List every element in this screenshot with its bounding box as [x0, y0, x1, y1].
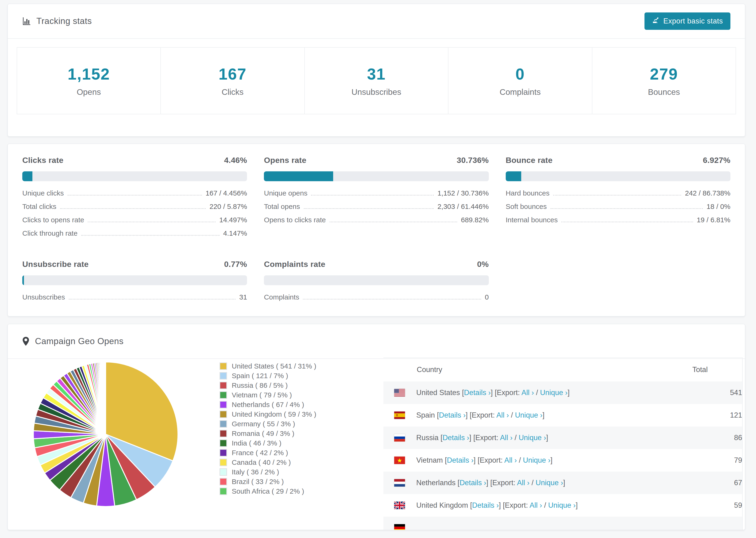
- legend-label: United States ( 541 / 31% ): [232, 362, 316, 370]
- rate-value: 0.77%: [224, 260, 247, 269]
- country-links-text: Spain [Details ›] [Export: All › / Uniqu…: [416, 411, 544, 419]
- rate-detail-row: Opens to clicks rate 689.82%: [264, 216, 489, 229]
- dotted-leader: [88, 222, 215, 222]
- progress-bar: [22, 275, 247, 285]
- rate-detail-value: 2,303 / 61.446%: [437, 202, 489, 211]
- rate-detail-label: Internal bounces: [506, 216, 558, 224]
- export-unique-link-united-states[interactable]: Unique ›: [540, 389, 567, 397]
- dotted-leader: [303, 299, 481, 299]
- rate-detail-value: 1,152 / 30.736%: [437, 189, 489, 197]
- export-all-link-netherlands[interactable]: All ›: [517, 479, 529, 487]
- rate-value: 0%: [477, 260, 489, 269]
- dotted-leader: [60, 208, 206, 209]
- dotted-leader: [69, 299, 236, 299]
- progress-bar-fill: [506, 171, 521, 181]
- rate-detail-row: Internal bounces 19 / 6.81%: [506, 216, 730, 229]
- stat-box: 279 Bounces: [592, 47, 736, 114]
- export-all-link-vietnam[interactable]: All ›: [504, 456, 517, 464]
- progress-bar: [506, 171, 730, 181]
- table-row: Russia [Details ›] [Export: All › / Uniq…: [383, 426, 742, 449]
- details-link-vietnam[interactable]: Details ›: [447, 456, 473, 464]
- progress-bar: [264, 275, 489, 285]
- details-link-netherlands[interactable]: Details ›: [459, 479, 486, 487]
- details-link-spain[interactable]: Details ›: [439, 411, 466, 419]
- country-flag-icon: [394, 479, 405, 487]
- country-flag-icon: [394, 389, 405, 397]
- progress-bar-fill: [264, 171, 333, 181]
- tracking-stats-card: Tracking stats Export basic stats 1,152 …: [8, 4, 745, 136]
- total-column-header: Total: [692, 365, 742, 374]
- rate-detail-value: 19 / 6.81%: [697, 216, 730, 224]
- rate-detail-rows: Hard bounces 242 / 86.738% Soft bounces …: [506, 189, 730, 229]
- rate-detail-row: Total clicks 220 / 5.87%: [22, 202, 247, 216]
- legend-label: Russia ( 86 / 5% ): [232, 381, 288, 389]
- legend-item: Italy ( 36 / 2% ): [220, 467, 316, 477]
- rate-detail-value: 167 / 4.456%: [206, 189, 247, 197]
- export-all-link-united-kingdom[interactable]: All ›: [529, 501, 542, 510]
- legend-swatch: [220, 488, 227, 495]
- legend-item: France ( 42 / 2% ): [220, 448, 316, 457]
- rate-block-unsubscribe: Unsubscribe rate 0.77% Unsubscribes 31: [22, 260, 247, 306]
- stat-value: 0: [515, 65, 525, 83]
- legend-swatch: [220, 372, 227, 380]
- country-cell: Russia [Details ›] [Export: All › / Uniq…: [383, 434, 734, 442]
- legend-swatch: [220, 478, 227, 485]
- progress-bar: [264, 171, 489, 181]
- legend-swatch: [220, 382, 227, 389]
- legend-item: Netherlands ( 67 / 4% ): [220, 400, 316, 409]
- stat-label: Opens: [77, 87, 101, 97]
- rate-detail-value: 220 / 5.87%: [209, 202, 247, 211]
- rate-detail-rows: Unique clicks 167 / 4.456% Total clicks …: [22, 189, 247, 243]
- details-link-united-states[interactable]: Details ›: [464, 389, 491, 397]
- export-all-link-united-states[interactable]: All ›: [521, 389, 534, 397]
- export-unique-link-russia[interactable]: Unique ›: [519, 434, 546, 442]
- rate-detail-value: 0: [485, 293, 489, 301]
- total-cell: 86: [734, 434, 742, 442]
- legend-item: Vietnam ( 79 / 5% ): [220, 390, 316, 400]
- rate-detail-rows: Complaints 0: [264, 293, 489, 306]
- progress-bar-fill: [22, 171, 32, 181]
- export-unique-link-united-kingdom[interactable]: Unique ›: [548, 501, 576, 510]
- export-unique-link-spain[interactable]: Unique ›: [515, 411, 542, 419]
- legend-label: Germany ( 55 / 3% ): [232, 420, 295, 428]
- total-cell: 121: [730, 411, 742, 419]
- legend-swatch: [220, 410, 227, 418]
- export-button-label: Export basic stats: [663, 17, 723, 26]
- details-link-russia[interactable]: Details ›: [443, 434, 469, 442]
- rate-detail-value: 689.82%: [461, 216, 489, 224]
- details-link-united-kingdom[interactable]: Details ›: [472, 501, 499, 510]
- export-all-link-spain[interactable]: All ›: [496, 411, 509, 419]
- table-row: Netherlands [Details ›] [Export: All › /…: [383, 471, 742, 494]
- export-basic-stats-button[interactable]: Export basic stats: [644, 13, 730, 30]
- stat-value: 167: [219, 65, 246, 83]
- geo-title-wrap: Campaign Geo Opens: [22, 336, 124, 346]
- legend-item: South Africa ( 29 / 2% ): [220, 486, 316, 496]
- rate-detail-label: Unsubscribes: [22, 293, 65, 301]
- legend-swatch: [220, 391, 227, 399]
- stat-box: 31 Unsubscribes: [305, 47, 449, 114]
- rate-detail-value: 14.497%: [219, 216, 247, 224]
- legend-item: Germany ( 55 / 3% ): [220, 419, 316, 429]
- legend-label: South Africa ( 29 / 2% ): [232, 487, 304, 495]
- stat-label: Unsubscribes: [351, 87, 401, 97]
- country-links-text: United Kingdom [Details ›] [Export: All …: [416, 501, 578, 510]
- legend-label: Romania ( 49 / 3% ): [232, 430, 295, 438]
- dotted-leader: [330, 222, 457, 222]
- legend-swatch: [220, 468, 227, 476]
- country-links-text: United States [Details ›] [Export: All ›…: [416, 389, 569, 397]
- dotted-leader: [551, 208, 703, 209]
- export-unique-link-netherlands[interactable]: Unique ›: [536, 479, 563, 487]
- rate-detail-row: Unique clicks 167 / 4.456%: [22, 189, 247, 202]
- export-all-link-russia[interactable]: All ›: [500, 434, 513, 442]
- stat-value: 1,152: [68, 65, 110, 83]
- dotted-leader: [553, 195, 681, 195]
- legend-label: India ( 46 / 3% ): [232, 439, 282, 447]
- geo-pie-chart[interactable]: [30, 358, 182, 510]
- rate-value: 6.927%: [703, 156, 730, 165]
- geo-header: Campaign Geo Opens: [8, 324, 745, 359]
- total-cell: 67: [734, 479, 742, 487]
- legend-swatch: [220, 439, 227, 447]
- export-unique-link-vietnam[interactable]: Unique ›: [523, 456, 550, 464]
- legend-item: Brazil ( 33 / 2% ): [220, 477, 316, 486]
- rate-detail-row: Complaints 0: [264, 293, 489, 306]
